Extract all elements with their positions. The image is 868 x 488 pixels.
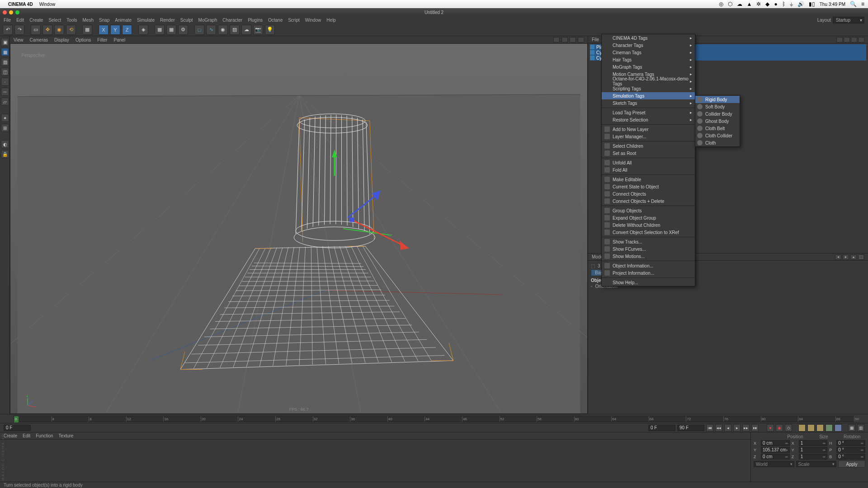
vp-nav-2[interactable] xyxy=(561,37,568,42)
vp-menu-display[interactable]: Display xyxy=(54,38,69,42)
menu-window[interactable]: Window xyxy=(305,18,321,23)
mat-create[interactable]: Create xyxy=(4,433,17,438)
menu-snap[interactable]: Snap xyxy=(99,18,109,23)
key-rot[interactable] xyxy=(816,424,824,432)
rotate-tool[interactable]: ⟲ xyxy=(66,25,76,35)
add-camera[interactable]: 📷 xyxy=(253,25,263,35)
edge-mode[interactable]: ─ xyxy=(1,88,9,96)
cm-unfold[interactable]: Unfold All xyxy=(602,159,695,166)
make-editable[interactable]: ▣ xyxy=(1,38,9,46)
sm-collider-body[interactable]: Collider Body xyxy=(695,110,740,117)
select-tool[interactable]: ▭ xyxy=(31,25,41,35)
sm-cloth-collider[interactable]: Cloth Collider xyxy=(695,132,740,139)
menu-edit[interactable]: Edit xyxy=(16,18,24,23)
pos-y-field[interactable]: 105.137 cm xyxy=(761,447,790,453)
key-scale[interactable] xyxy=(807,424,815,432)
sm-cloth-belt[interactable]: Cloth Belt xyxy=(695,125,740,132)
menu-mograph[interactable]: MoGraph xyxy=(198,18,217,23)
cm-fold[interactable]: Fold All xyxy=(602,166,695,174)
menu-file[interactable]: File xyxy=(4,18,11,23)
attr-up[interactable]: ▴ xyxy=(850,254,857,260)
start-frame-field[interactable]: 0 F xyxy=(4,425,31,431)
key-param[interactable] xyxy=(826,424,833,432)
render-pv[interactable]: ▦ xyxy=(166,25,176,35)
workplane-mode[interactable]: ◫ xyxy=(1,68,9,76)
perspective-viewport[interactable]: Perspective xyxy=(10,43,588,414)
coord-space-dropdown[interactable]: World xyxy=(754,461,794,467)
menu-icon[interactable]: ≡ xyxy=(861,1,864,7)
poly-mode[interactable]: ▱ xyxy=(1,98,9,106)
cm-load-preset[interactable]: Load Tag Preset xyxy=(602,109,695,116)
menu-animate[interactable]: Animate xyxy=(115,18,132,23)
attr-lock[interactable]: ⬚ xyxy=(858,254,864,260)
vol-icon[interactable]: 🔊 xyxy=(797,1,804,7)
cm-connect-delete[interactable]: Connect Objects + Delete xyxy=(602,197,695,205)
viewport-solo[interactable]: ◐ xyxy=(1,140,9,148)
minimize-button[interactable] xyxy=(9,10,13,14)
move-tool[interactable]: ✥ xyxy=(42,25,52,35)
rot-p-field[interactable]: 0 ° xyxy=(836,447,865,453)
sm-cloth[interactable]: Cloth xyxy=(695,139,740,146)
anim-mode[interactable]: ▥ xyxy=(857,424,864,432)
cm-cineman-tags[interactable]: Cineman Tags xyxy=(602,49,695,56)
cm-c4d-tags[interactable]: CINEMA 4D Tags xyxy=(602,34,695,42)
step-back[interactable]: ◂◂ xyxy=(715,424,722,432)
rot-b-field[interactable]: 0 ° xyxy=(836,454,865,460)
sync-icon[interactable]: ◎ xyxy=(719,1,723,7)
vp-menu-cameras[interactable]: Cameras xyxy=(30,38,48,42)
mac-menu-window[interactable]: Window xyxy=(39,2,56,7)
cm-character-tags[interactable]: Character Tags xyxy=(602,42,695,49)
add-environment[interactable]: ☁ xyxy=(241,25,251,35)
locked[interactable]: 🔒 xyxy=(1,150,9,158)
cm-make-editable[interactable]: Make Editable xyxy=(602,176,695,183)
batt-icon[interactable]: ▮▯ xyxy=(809,1,815,7)
cm-restore-sel[interactable]: Restore Selection xyxy=(602,116,695,123)
app-name[interactable]: CINEMA 4D xyxy=(8,2,33,7)
redo-button[interactable]: ↷ xyxy=(14,25,24,35)
goto-start[interactable]: ⏮ xyxy=(706,424,713,432)
render-view[interactable]: ▦ xyxy=(155,25,165,35)
menu-tools[interactable]: Tools xyxy=(66,18,77,23)
cm-sketch-tags[interactable]: Sketch Tags xyxy=(602,99,695,107)
notif-icon[interactable]: ✲ xyxy=(756,1,761,7)
cm-layer-mgr[interactable]: Layer Manager... xyxy=(602,133,695,140)
search-icon[interactable]: 🔍 xyxy=(850,1,857,7)
coord-size-dropdown[interactable]: Scale xyxy=(796,461,837,467)
menu-select[interactable]: Select xyxy=(48,18,61,23)
recent-tool[interactable]: ▦ xyxy=(82,25,92,35)
cm-object-info[interactable]: Object Information... xyxy=(602,262,695,269)
snap-toggle[interactable]: ⊞ xyxy=(1,124,9,132)
attr-next[interactable]: ▸ xyxy=(843,254,849,260)
cm-hair-tags[interactable]: Hair Tags xyxy=(602,56,695,63)
status-icon[interactable]: ◆ xyxy=(765,1,769,7)
cm-convert-xref[interactable]: Convert Object Selection to XRef xyxy=(602,229,695,236)
key-opts[interactable]: ◇ xyxy=(785,424,792,432)
play-fwd[interactable]: ▸ xyxy=(733,424,741,432)
pos-z-field[interactable]: 0 cm xyxy=(761,454,790,460)
add-cube[interactable]: □ xyxy=(194,25,204,35)
vp-nav-3[interactable] xyxy=(570,37,576,42)
render-settings[interactable]: ⚙ xyxy=(178,25,188,35)
keyframe-mode[interactable]: ▦ xyxy=(848,424,855,432)
axis-x-toggle[interactable]: X xyxy=(99,25,108,35)
add-generator[interactable]: ◉ xyxy=(218,25,228,35)
sm-rigid-body[interactable]: Rigid Body xyxy=(695,96,740,103)
key-pos[interactable] xyxy=(798,424,806,432)
layout-dropdown[interactable]: Startup xyxy=(833,17,864,23)
timeline-ruler[interactable]: 0 04812162024283236404448525660646872768… xyxy=(0,414,868,423)
size-x-field[interactable]: 1 xyxy=(799,440,828,446)
menu-octane[interactable]: Octane xyxy=(268,18,283,23)
coord-system[interactable]: ◈ xyxy=(138,25,148,35)
cm-select-children[interactable]: Select Children xyxy=(602,142,695,150)
vp-menu-filter[interactable]: Filter xyxy=(97,38,107,42)
menu-render[interactable]: Render xyxy=(160,18,175,23)
play-back[interactable]: ◂ xyxy=(724,424,731,432)
cm-add-layer[interactable]: Add to New Layer xyxy=(602,126,695,133)
cm-mograph-tags[interactable]: MoGraph Tags xyxy=(602,63,695,70)
menu-plugins[interactable]: Plugins xyxy=(248,18,263,23)
key-pla[interactable] xyxy=(835,424,842,432)
menu-mesh[interactable]: Mesh xyxy=(83,18,94,23)
attr-prev[interactable]: ◂ xyxy=(835,254,841,260)
cm-show-help[interactable]: Show Help... xyxy=(602,279,695,286)
dropbox-icon[interactable]: ⬡ xyxy=(728,1,732,7)
